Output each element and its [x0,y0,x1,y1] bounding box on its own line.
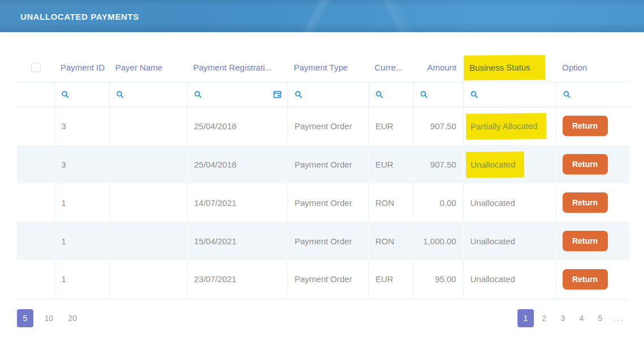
cell-business-status: Unallocated [463,145,556,183]
cell-payment-id: 1 [54,222,109,260]
table-row: 1 23/07/2021 Payment Order EUR 95.00 Una… [17,260,629,298]
filter-cell-checkbox [17,82,54,107]
column-header-business-status[interactable]: Business Status [463,54,556,82]
cell-payment-id: 1 [54,183,109,222]
table-row: 1 14/07/2021 Payment Order RON 0.00 Unal… [17,183,629,222]
search-icon[interactable] [61,90,69,99]
cell-option: Return [556,145,629,183]
return-button[interactable]: Return [563,116,608,136]
payment-type-filter-input[interactable] [306,90,363,99]
cell-registration-date: 15/04/2021 [187,222,288,260]
cell-payer-name [109,145,187,183]
page-header-banner: UNALLOCATED PAYMENTS [0,0,644,32]
cell-business-status: Unallocated [463,183,556,222]
column-header-currency[interactable]: Curre... [368,54,413,82]
filter-cell-currency[interactable] [368,82,413,107]
return-button[interactable]: Return [563,154,608,174]
cell-currency: RON [368,183,413,222]
business-status-text: Unallocated [471,274,515,284]
table-row: 1 15/04/2021 Payment Order RON 1,000.00 … [17,222,629,260]
page-size-10[interactable]: 10 [41,309,57,327]
column-header-payment-type[interactable]: Payment Type [288,54,368,82]
column-header-amount[interactable]: Amount [413,54,463,82]
search-icon[interactable] [375,90,384,99]
cell-amount: 907.50 [413,145,463,183]
filter-cell-business-status[interactable] [463,82,556,107]
cell-currency: RON [368,222,413,260]
page-size-selector: 5 10 20 [17,309,88,327]
calendar-icon[interactable] [273,90,282,99]
filter-cell-payer-name[interactable] [109,82,187,107]
cell-row-select [17,107,54,145]
cell-option: Return [556,107,629,145]
cell-registration-date: 14/07/2021 [187,183,288,222]
select-all-header [17,54,54,82]
amount-filter-input[interactable] [432,90,458,99]
cell-payment-id: 1 [54,260,109,298]
return-button[interactable]: Return [563,269,608,289]
table-row: 3 25/04/2018 Payment Order EUR 907.50 Un… [17,145,629,183]
search-icon[interactable] [116,90,124,99]
cell-payment-type: Payment Order [288,107,368,145]
search-icon[interactable] [470,90,478,99]
currency-filter-input[interactable] [387,90,407,99]
cell-registration-date: 25/04/2018 [187,145,288,183]
table-footer: 5 10 20 1 2 3 4 5 ... [17,309,629,327]
option-filter-input[interactable] [575,90,624,99]
filter-cell-payment-id[interactable] [54,82,109,107]
table-row: 3 25/04/2018 Payment Order EUR 907.50 Pa… [17,107,629,145]
payment-id-filter-input[interactable] [73,90,103,99]
business-status-highlight: Unallocated [465,151,524,178]
search-icon[interactable] [420,90,428,99]
cell-payer-name [109,107,187,145]
cell-row-select [17,222,54,260]
page-1[interactable]: 1 [517,309,534,327]
cell-payment-type: Payment Order [288,260,368,298]
cell-payment-id: 3 [54,107,109,145]
business-status-text: Unallocated [471,236,515,246]
cell-amount: 95.00 [413,260,463,298]
cell-row-select [17,145,54,183]
return-button[interactable]: Return [563,231,608,251]
page-size-5[interactable]: 5 [17,309,33,327]
search-icon[interactable] [194,90,202,99]
payer-name-filter-input[interactable] [128,90,181,99]
cell-payer-name [109,222,187,260]
cell-business-status: Unallocated [463,222,556,260]
filter-cell-registration-date[interactable] [187,82,288,107]
business-status-filter-input[interactable] [482,90,550,99]
search-icon[interactable] [563,90,571,99]
select-all-checkbox[interactable] [31,63,41,72]
cell-amount: 907.50 [413,107,463,145]
column-header-registration-date[interactable]: Payment Registrati... [187,54,288,82]
cell-payment-type: Payment Order [288,183,368,222]
page-3[interactable]: 3 [555,309,571,327]
page-5[interactable]: 5 [592,309,608,327]
registration-date-filter-input[interactable] [206,90,269,99]
page-size-20[interactable]: 20 [64,309,81,327]
page-ellipsis[interactable]: ... [611,309,627,327]
cell-currency: EUR [368,145,413,183]
cell-business-status: Partially Allocated [463,107,556,145]
cell-business-status: Unallocated [463,260,556,298]
filter-cell-option[interactable] [556,82,629,107]
business-status-highlight: Business Status [464,55,545,81]
column-header-payer-name[interactable]: Payer Name [109,54,187,82]
column-header-payment-id[interactable]: Payment ID [54,54,109,82]
search-icon[interactable] [294,90,303,99]
cell-currency: EUR [368,107,413,145]
return-button[interactable]: Return [563,192,608,213]
filter-cell-amount[interactable] [413,82,463,107]
cell-payer-name [109,183,187,222]
business-status-highlight: Partially Allocated [465,113,546,139]
page-4[interactable]: 4 [573,309,590,327]
page-2[interactable]: 2 [536,309,552,327]
filter-cell-payment-type[interactable] [288,82,368,107]
cell-row-select [17,183,54,222]
cell-amount: 0.00 [413,183,463,222]
cell-option: Return [556,222,629,260]
column-header-option[interactable]: Option [556,54,629,82]
unallocated-payments-table: Payment ID Payer Name Payment Registrati… [17,54,629,299]
main-content: Payment ID Payer Name Payment Registrati… [0,32,644,327]
cell-row-select [17,260,54,298]
